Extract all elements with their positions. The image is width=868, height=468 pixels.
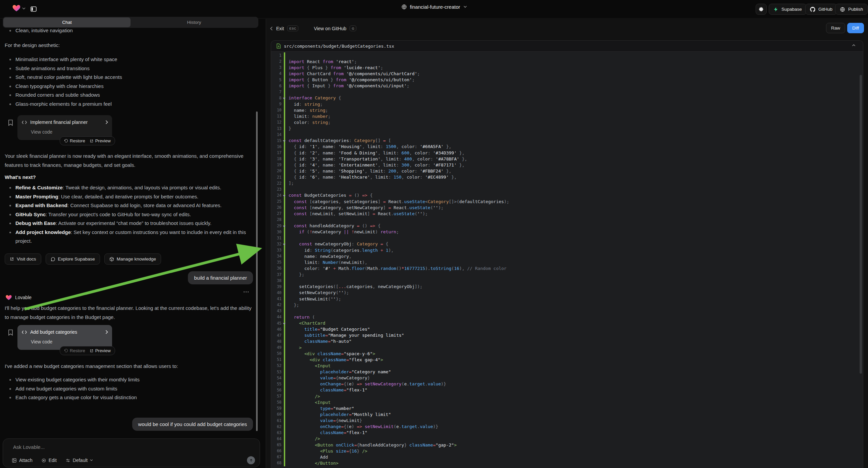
logo-chevron-down-icon[interactable] [22, 7, 26, 10]
message-options-ellipsis-icon[interactable] [244, 291, 249, 292]
code-text: }; [285, 302, 299, 308]
code-line: 58 <Input [271, 399, 863, 405]
send-button[interactable] [247, 456, 255, 464]
line-number: 37 [271, 272, 284, 277]
chevron-right-icon[interactable] [105, 120, 108, 124]
line-number: 47 [271, 333, 284, 338]
restore-button-disabled[interactable]: Restore [64, 348, 85, 353]
supabase-button[interactable]: Supabase [769, 4, 807, 15]
image-icon [12, 458, 17, 463]
line-number: 11 [271, 114, 284, 118]
github-button[interactable]: GitHub [805, 4, 837, 15]
restore-button[interactable]: Restore [64, 138, 85, 143]
line-number: 51 [271, 357, 284, 362]
line-number: 52 [271, 363, 284, 368]
code-line: 29 const handleAddCategory = () => { [271, 223, 863, 229]
code-line: 56 className="flex-1" [271, 387, 863, 393]
view-code-link[interactable]: View code [31, 129, 52, 135]
line-number: 55 [271, 382, 284, 386]
bullet-dot-icon [9, 397, 11, 399]
sidebar-toggle-icon[interactable] [28, 4, 39, 14]
line-number: 44 [271, 315, 284, 319]
bullet-text: : Activate our experimental “chat mode” … [56, 220, 211, 226]
chevron-left-icon[interactable] [270, 27, 273, 31]
file-header[interactable]: src/components/budget/BudgetCategories.t… [271, 40, 863, 52]
chat-input[interactable]: Ask Lovable... [13, 444, 44, 450]
added-bullets-list: View existing budget categories with the… [0, 375, 258, 402]
code-line: 65 <Button onClick={handleAddCategory} c… [271, 442, 863, 448]
list-item: Each category gets a unique color for vi… [0, 393, 258, 402]
restore-preview-pill: Restore Preview [60, 346, 115, 355]
code-line: 63 className="flex-1" [271, 430, 863, 436]
code-line: 36 color: '#' + Math.floor(Math.random()… [271, 265, 863, 271]
code-line: 39 setCategories([...categories, newCate… [271, 284, 863, 290]
line-number: 20 [271, 169, 284, 173]
project-switcher[interactable]: financial-future-creator [401, 4, 467, 10]
tab-history[interactable]: History [130, 18, 258, 27]
lovable-logo-heart-icon[interactable] [12, 4, 21, 12]
composer[interactable]: Ask Lovable... Attach Edit Default [3, 438, 260, 467]
code-scrollbar[interactable] [860, 75, 862, 374]
bullet-dot-icon [9, 223, 11, 224]
fold-chevron-icon[interactable] [283, 140, 285, 142]
line-number: 32 [271, 242, 284, 246]
visit-docs-button[interactable]: Visit docs [5, 254, 41, 265]
bullet-text: : Use clear, detailed, and iterative pro… [58, 194, 198, 199]
design-bullets-list: Minimalist interface with plenty of whit… [0, 55, 258, 109]
preview-button[interactable]: Preview [90, 348, 111, 353]
chat-scrollbar[interactable] [256, 112, 258, 431]
manage-knowledge-button[interactable]: Manage knowledge [104, 254, 161, 265]
explore-supabase-button[interactable]: Explore Supabase [45, 254, 100, 265]
publish-button[interactable]: Publish [835, 4, 868, 15]
bullet-dot-icon [9, 232, 11, 233]
bullet-text: Subtle animations and transitions [16, 65, 90, 71]
bullet-text: Each category gets a unique color for vi… [16, 394, 137, 400]
code-text: return ( [285, 315, 315, 320]
exit-button[interactable]: Exit [276, 26, 284, 31]
preview-button[interactable]: Preview [90, 138, 111, 143]
user-message: would be cool if you could add budget ca… [132, 418, 253, 431]
code-text: /> [285, 394, 320, 399]
fold-chevron-icon[interactable] [283, 244, 285, 245]
code-text: interface Category { [285, 95, 341, 100]
code-line: 20 { id: '5', name: 'Shopping', limit: 2… [271, 168, 863, 174]
view-on-github-link[interactable]: View on GitHub [314, 26, 346, 31]
raw-toggle-button[interactable]: Raw [826, 23, 845, 33]
attach-button[interactable]: Attach [12, 458, 33, 463]
line-number: 38 [271, 278, 284, 283]
fold-chevron-icon[interactable] [283, 98, 285, 99]
settings-button[interactable] [755, 4, 767, 15]
mode-selector[interactable]: Default [65, 458, 93, 463]
view-code-link[interactable]: View code [31, 339, 52, 345]
bookmark-icon[interactable] [8, 329, 13, 336]
code-line: 16 { id: '1', name: 'Housing', limit: 15… [271, 144, 863, 150]
code-text: if (!newCategory || !newLimit) return; [285, 229, 399, 234]
code-line: 51 <div className="flex gap-4"> [271, 356, 863, 362]
chat-panel: Chat History Clean, intuitive navigation… [0, 19, 266, 468]
edit-label: Edit [49, 458, 57, 463]
code-text: Add [285, 455, 328, 460]
bookmark-icon[interactable] [8, 119, 13, 126]
code-text: import { Input } from '@/components/ui/i… [285, 83, 409, 88]
code-text: const BudgetCategories = () => { [285, 193, 372, 198]
collapse-chevron-up-icon[interactable] [852, 44, 856, 46]
list-item: Subtle animations and transitions [0, 64, 258, 73]
tab-chat[interactable]: Chat [3, 18, 130, 27]
diff-toggle-button[interactable]: Diff [847, 23, 864, 33]
github-icon [810, 7, 815, 12]
file-added-icon [276, 43, 281, 49]
edit-button[interactable]: Edit [41, 458, 57, 463]
fold-chevron-icon[interactable] [283, 323, 285, 325]
code-text: <ChartCard [285, 321, 326, 326]
line-number: 9 [271, 102, 284, 107]
chevron-right-icon[interactable] [105, 330, 108, 334]
code-text: subtitle="Manage your spending limits" [285, 333, 404, 338]
line-number: 2 [271, 59, 284, 64]
bullet-text: Soft, neutral color palette with light b… [16, 74, 122, 80]
assistant-header: Lovable [5, 294, 32, 301]
fold-chevron-icon[interactable] [283, 226, 285, 227]
code-line: 54 value={newCategory} [271, 375, 863, 381]
line-number: 15 [271, 138, 284, 143]
fold-chevron-icon[interactable] [283, 195, 285, 197]
line-number: 54 [271, 376, 284, 380]
